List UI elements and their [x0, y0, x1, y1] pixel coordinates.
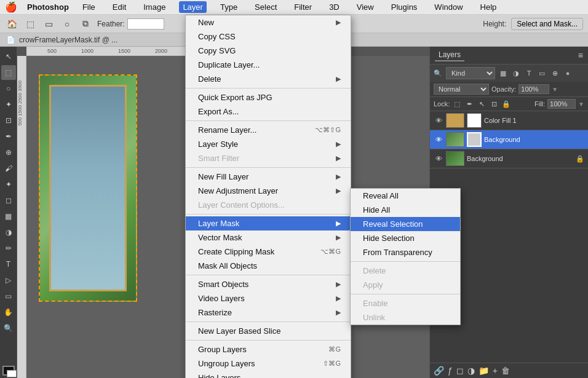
filter-pixel-icon[interactable]: ▦	[498, 68, 509, 79]
menu-item-new[interactable]: New ▶	[186, 15, 351, 30]
menu-image[interactable]: Image	[140, 1, 169, 13]
tool-zoom[interactable]: 🔍	[1, 321, 16, 336]
layer-visibility-eye-3[interactable]: 👁	[434, 154, 443, 163]
menu-item-quick-export[interactable]: Quick Export as JPG	[186, 90, 351, 104]
menu-view[interactable]: View	[353, 1, 378, 13]
menu-item-new-fill-layer[interactable]: New Fill Layer ▶	[186, 170, 351, 184]
menu-file[interactable]: File	[79, 1, 99, 13]
menu-item-layer-style[interactable]: Layer Style ▶	[186, 137, 351, 151]
background-color[interactable]	[7, 370, 17, 377]
tool-clone[interactable]: ✦	[1, 177, 16, 192]
opacity-arrow[interactable]: ▼	[552, 86, 558, 93]
tool-path-select[interactable]: ▷	[1, 273, 16, 288]
menu-item-ungroup-layers[interactable]: Ungroup Layers ⇧⌘G	[186, 356, 351, 371]
filter-type-icon[interactable]: T	[523, 68, 534, 79]
lock-artboard-icon[interactable]: ⊡	[489, 99, 499, 109]
tool-text[interactable]: T	[1, 257, 16, 272]
menu-type[interactable]: Type	[217, 1, 241, 13]
add-layer-icon[interactable]: +	[493, 366, 498, 376]
menu-item-video-layers[interactable]: Video Layers ▶	[186, 291, 351, 305]
layer-visibility-eye[interactable]: 👁	[434, 116, 443, 125]
menu-layer[interactable]: Layer	[179, 1, 207, 13]
menu-help[interactable]: Help	[477, 1, 501, 13]
menu-select[interactable]: Select	[251, 1, 280, 13]
foreground-color[interactable]	[2, 366, 15, 376]
blend-mode-dropdown[interactable]: Normal	[434, 84, 489, 95]
lock-move-icon[interactable]: ↖	[477, 99, 487, 109]
marquee-icon[interactable]: ⬚	[23, 17, 37, 31]
add-effect-icon[interactable]: ƒ	[448, 366, 453, 376]
tool-move[interactable]: ↖	[1, 49, 16, 64]
menu-item-duplicate-layer[interactable]: Duplicate Layer...	[186, 58, 351, 72]
feather-input[interactable]	[127, 18, 164, 30]
menu-item-export-as[interactable]: Export As...	[186, 104, 351, 119]
menu-item-smart-objects[interactable]: Smart Objects ▶	[186, 277, 351, 291]
lasso-icon[interactable]: ○	[60, 17, 74, 31]
layer-item-color-fill[interactable]: 👁 Color Fill 1	[430, 111, 588, 130]
menu-filter[interactable]: Filter	[290, 1, 316, 13]
menu-item-vector-mask[interactable]: Vector Mask ▶	[186, 230, 351, 245]
menu-item-mask-all-objects[interactable]: Mask All Objects	[186, 259, 351, 273]
menu-3d[interactable]: 3D	[325, 1, 343, 13]
fill-input[interactable]	[547, 99, 576, 109]
add-link-icon[interactable]: 🔗	[434, 366, 444, 376]
menu-item-layer-mask[interactable]: Layer Mask ▶	[186, 216, 351, 230]
add-mask-icon[interactable]: ◻	[456, 366, 464, 376]
transform-icon[interactable]: ⧉	[79, 17, 92, 31]
menu-item-new-adjustment-layer[interactable]: New Adjustment Layer ▶	[186, 184, 351, 198]
menu-edit[interactable]: Edit	[109, 1, 130, 13]
kind-dropdown[interactable]: Kind	[446, 67, 495, 79]
tool-eraser[interactable]: ◻	[1, 193, 16, 208]
submenu-from-transparency[interactable]: From Transparency	[351, 245, 460, 259]
add-adjustment-icon[interactable]: ◑	[467, 366, 475, 376]
fill-arrow[interactable]: ▼	[578, 101, 584, 108]
filter-smart-icon[interactable]: ⊕	[549, 68, 560, 79]
menu-item-rasterize[interactable]: Rasterize ▶	[186, 305, 351, 320]
tool-shape[interactable]: ▭	[1, 289, 16, 304]
menu-item-new-layer-based-slice[interactable]: New Layer Based Slice	[186, 324, 351, 338]
menu-item-layer-content-options: Layer Content Options...	[186, 198, 351, 212]
tool-crop[interactable]: ⊡	[1, 113, 16, 128]
submenu-reveal-all[interactable]: Reveal All	[351, 189, 460, 203]
submenu-hide-selection[interactable]: Hide Selection	[351, 231, 460, 245]
submenu-reveal-selection[interactable]: Reveal Selection	[351, 217, 460, 231]
home-icon[interactable]: 🏠	[5, 17, 18, 31]
menu-item-copy-css[interactable]: Copy CSS	[186, 30, 351, 44]
tool-gradient[interactable]: ▦	[1, 209, 16, 224]
lock-all-icon[interactable]: 🔒	[501, 99, 511, 109]
select-and-mask-button[interactable]: Select and Mask...	[511, 18, 583, 30]
menu-window[interactable]: Window	[431, 1, 466, 13]
menu-item-copy-svg[interactable]: Copy SVG	[186, 44, 351, 58]
tool-eyedropper[interactable]: ✒	[1, 129, 16, 144]
menu-item-create-clipping-mask[interactable]: Create Clipping Mask ⌥⌘G	[186, 245, 351, 259]
layer-item-background-1[interactable]: 👁 Background	[430, 130, 588, 149]
tool-brush[interactable]: 🖌	[1, 161, 16, 176]
layer-visibility-eye-2[interactable]: 👁	[434, 135, 443, 144]
menu-plugins[interactable]: Plugins	[387, 1, 421, 13]
tool-marquee[interactable]: ⬚	[1, 65, 16, 80]
lock-checkered-icon[interactable]: ⬚	[452, 99, 462, 109]
tool-lasso[interactable]: ○	[1, 81, 16, 96]
tool-heal[interactable]: ⊕	[1, 145, 16, 160]
apple-menu-icon[interactable]: 🍎	[5, 1, 17, 13]
menu-item-rename-layer[interactable]: Rename Layer... ⌥⌘⇧G	[186, 123, 351, 137]
layers-tab[interactable]: Layers	[435, 49, 464, 61]
filter-toggle-icon[interactable]: ●	[562, 68, 573, 79]
tool-pen[interactable]: ✏	[1, 241, 16, 256]
tool-hand[interactable]: ✋	[1, 305, 16, 320]
tool-dodge[interactable]: ◑	[1, 225, 16, 240]
panel-menu-icon[interactable]: ≡	[578, 50, 583, 60]
add-folder-icon[interactable]: 📁	[479, 366, 489, 376]
submenu-hide-all[interactable]: Hide All	[351, 203, 460, 217]
menu-item-hide-layers[interactable]: Hide Layers	[186, 371, 351, 378]
filter-shape-icon[interactable]: ▭	[536, 68, 547, 79]
menu-item-group-layers[interactable]: Group Layers ⌘G	[186, 342, 351, 356]
delete-layer-icon[interactable]: 🗑	[501, 366, 510, 376]
filter-adjust-icon[interactable]: ◑	[511, 68, 522, 79]
tool-quick-select[interactable]: ✦	[1, 97, 16, 112]
menu-item-delete[interactable]: Delete ▶	[186, 72, 351, 86]
lock-brush-icon[interactable]: ✒	[464, 99, 474, 109]
rect-marquee-icon[interactable]: ▭	[42, 17, 55, 31]
opacity-input[interactable]	[518, 84, 549, 94]
layer-item-background-2[interactable]: 👁 Background 🔒	[430, 149, 588, 168]
